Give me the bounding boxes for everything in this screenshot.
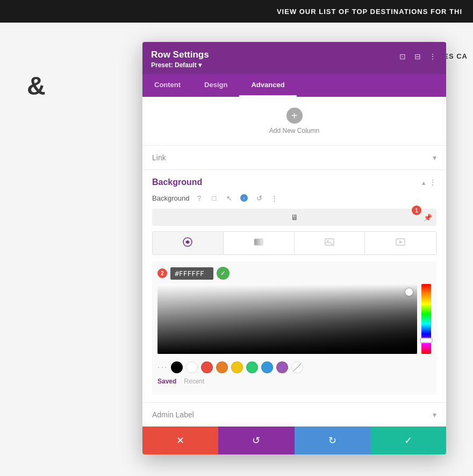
- more-options-icon[interactable]: ⋮: [428, 52, 438, 61]
- hex-input[interactable]: [170, 267, 213, 280]
- svg-rect-3: [254, 239, 263, 245]
- more-swatches-icon[interactable]: ···: [157, 363, 168, 372]
- swatch-yellow[interactable]: [231, 361, 243, 373]
- row-settings-modal: Row Settings Preset: Default ▾ ⊡ ⊟ ⋮ Con…: [142, 42, 446, 454]
- add-column-label: Add New Column: [269, 127, 319, 134]
- bg-help-icon[interactable]: ?: [194, 193, 204, 203]
- bg-more-icon[interactable]: ⋮: [269, 193, 280, 203]
- background-header: Background ▴ ⋮: [152, 170, 436, 193]
- device-selector-row: 🖥 📌: [152, 209, 436, 226]
- add-column-button[interactable]: +: [286, 108, 303, 124]
- fullscreen-icon[interactable]: ⊡: [398, 52, 407, 61]
- swatch-white[interactable]: [186, 361, 198, 373]
- device-row-wrapper: 🖥 📌 1: [152, 209, 436, 226]
- undo-button[interactable]: ↺: [218, 427, 294, 454]
- badge-1: 1: [412, 205, 421, 215]
- redo-button[interactable]: ↻: [295, 427, 370, 454]
- swatch-orange[interactable]: [216, 361, 228, 373]
- modal-header-icons: ⊡ ⊟ ⋮: [398, 52, 438, 61]
- layout-icon[interactable]: ⊟: [413, 52, 422, 61]
- tab-content[interactable]: Content: [142, 74, 192, 97]
- saved-tab[interactable]: Saved: [157, 378, 176, 385]
- link-section[interactable]: Link ▾: [142, 145, 446, 169]
- modal-title: Row Settings: [151, 49, 209, 60]
- swatch-blue[interactable]: [261, 361, 273, 373]
- swatch-green[interactable]: [246, 361, 258, 373]
- modal-body: + Add New Column Link ▾ Background ▴ ⋮ B…: [142, 97, 446, 427]
- swatch-red[interactable]: [201, 361, 213, 373]
- badge-2: 2: [157, 268, 167, 278]
- save-button[interactable]: ✓: [370, 427, 446, 454]
- hue-handle[interactable]: [420, 338, 433, 343]
- hue-slider[interactable]: [421, 284, 431, 354]
- svg-marker-7: [399, 240, 403, 244]
- top-bar-text: VIEW OUR LIST OF TOP DESTINATIONS FOR TH…: [277, 8, 462, 16]
- admin-label-section[interactable]: Admin Label ▾: [142, 402, 446, 427]
- bg-controls-label: Background: [152, 194, 189, 202]
- tab-advanced[interactable]: Advanced: [239, 74, 296, 97]
- admin-label-chevron: ▾: [433, 410, 436, 419]
- modal-title-group: Row Settings Preset: Default ▾: [151, 49, 209, 69]
- svg-text:↑: ↑: [243, 196, 246, 201]
- background-more-icon[interactable]: ⋮: [429, 178, 436, 187]
- top-bar: VIEW OUR LIST OF TOP DESTINATIONS FOR TH…: [0, 0, 473, 23]
- color-picker-area: 2 ✓: [152, 261, 436, 395]
- logo: &: [27, 71, 46, 101]
- color-confirm-button[interactable]: ✓: [217, 267, 230, 280]
- modal-preset: Preset: Default ▾: [151, 61, 209, 69]
- background-collapse-icon[interactable]: ▴: [422, 179, 426, 187]
- cancel-button[interactable]: ✕: [142, 427, 218, 454]
- desktop-device-icon[interactable]: 🖥: [156, 211, 432, 224]
- modal-footer: ✕ ↺ ↻ ✓: [142, 427, 446, 454]
- tab-design[interactable]: Design: [192, 74, 239, 97]
- bg-controls-row: Background ? □ ↖ ↑ ↺ ⋮: [152, 193, 436, 203]
- modal-tabs: Content Design Advanced: [142, 74, 446, 97]
- svg-point-2: [186, 240, 189, 244]
- bg-active-icon[interactable]: ↑: [239, 193, 249, 203]
- color-hex-row: 2 ✓: [157, 267, 431, 280]
- add-column-area: + Add New Column: [142, 97, 446, 145]
- link-chevron: ▾: [433, 153, 436, 162]
- swatch-transparent[interactable]: [291, 361, 303, 373]
- bg-type-image[interactable]: [295, 232, 366, 254]
- pin-icon[interactable]: 📌: [424, 214, 432, 222]
- bg-reset-icon[interactable]: ↺: [254, 193, 264, 203]
- bg-type-video[interactable]: [365, 232, 436, 254]
- color-swatches-row: ···: [157, 357, 431, 375]
- sync-circle-icon: ↑: [240, 194, 248, 202]
- picker-main: [157, 284, 431, 354]
- saved-tabs-row: Saved Recent: [157, 375, 431, 389]
- swatch-purple[interactable]: [276, 361, 288, 373]
- background-title: Background: [152, 177, 202, 187]
- background-section: Background ▴ ⋮ Background ? □ ↖ ↑: [142, 169, 446, 402]
- recent-tab[interactable]: Recent: [184, 378, 204, 385]
- admin-label-text: Admin Label: [152, 410, 194, 419]
- modal-header: Row Settings Preset: Default ▾ ⊡ ⊟ ⋮: [142, 42, 446, 74]
- link-label: Link: [152, 153, 166, 162]
- swatch-black[interactable]: [171, 361, 183, 373]
- color-picker-handle[interactable]: [405, 288, 413, 296]
- bg-type-gradient[interactable]: [224, 232, 295, 254]
- background-header-right: ▴ ⋮: [422, 178, 436, 187]
- bg-type-color[interactable]: [153, 232, 224, 254]
- bg-type-tabs: [152, 231, 436, 255]
- bg-cursor-icon[interactable]: ↖: [224, 193, 234, 203]
- color-gradient-canvas[interactable]: [157, 284, 417, 354]
- bg-copy-icon[interactable]: □: [209, 193, 219, 203]
